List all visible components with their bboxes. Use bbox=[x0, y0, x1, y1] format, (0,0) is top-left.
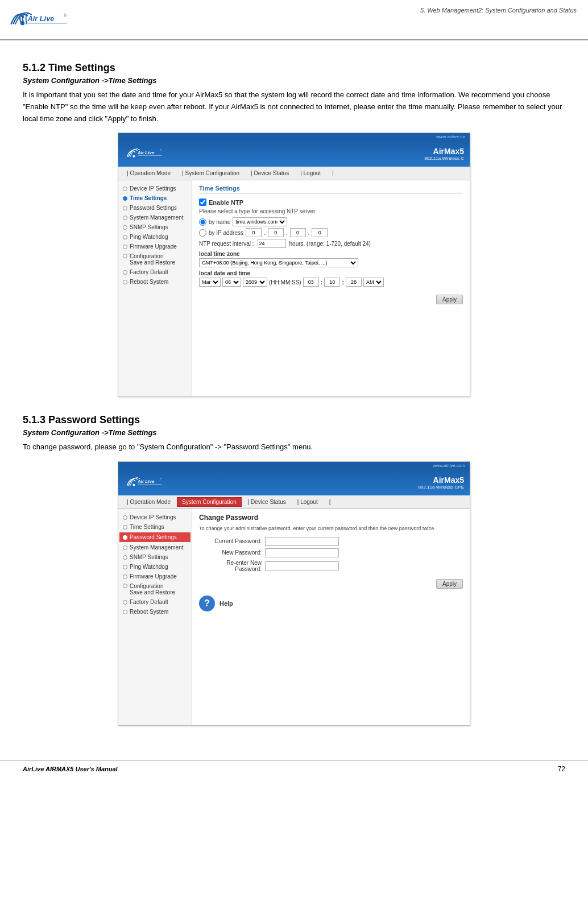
sidebar1-factory-dot bbox=[123, 270, 127, 275]
sidebar2-config-save[interactable]: ConfigurationSave and Restore bbox=[118, 581, 192, 597]
date-year-select[interactable]: 2009 bbox=[243, 278, 267, 287]
nav-logout[interactable]: | Logout bbox=[295, 168, 326, 178]
sidebar1-snmp-dot bbox=[123, 225, 127, 230]
device1-model-name: AirMax5 bbox=[424, 147, 464, 156]
sidebar1-factory[interactable]: Factory Default bbox=[118, 267, 192, 277]
reenter-pw-input[interactable] bbox=[265, 561, 339, 570]
sidebar1-password-dot bbox=[123, 206, 127, 210]
time-sec-input[interactable] bbox=[346, 278, 362, 287]
sidebar1-reboot[interactable]: Reboot System bbox=[118, 277, 192, 287]
sidebar2-password-dot bbox=[123, 535, 127, 540]
sidebar1-firmware[interactable]: Firmware Upgrade bbox=[118, 242, 192, 251]
sidebar2-system-mgmt-dot bbox=[123, 545, 127, 550]
section-1-body: It is important that you set the date an… bbox=[23, 89, 565, 125]
sidebar1-system-mgmt[interactable]: System Management bbox=[118, 213, 192, 222]
sidebar1-time-dot bbox=[123, 196, 127, 201]
enable-ntp-checkbox[interactable] bbox=[199, 199, 206, 206]
current-pw-input[interactable] bbox=[265, 537, 339, 546]
section-2-body: To change password, please go to "System… bbox=[23, 441, 565, 453]
device1-header: Air Live ® AirMax5 802.11a Wireless C bbox=[118, 140, 470, 167]
sidebar1-ping[interactable]: Ping Watchdog bbox=[118, 232, 192, 242]
help-icon[interactable]: ? bbox=[199, 596, 215, 611]
sidebar1-system-mgmt-dot bbox=[123, 216, 127, 220]
sidebar2-device-ip[interactable]: Device IP Settings bbox=[118, 512, 192, 522]
sidebar2-snmp[interactable]: SNMP Settings bbox=[118, 552, 192, 562]
device2-logo: Air Live ® bbox=[124, 473, 169, 492]
page-footer: AirLive AIRMAX5 User's Manual 72 bbox=[0, 760, 588, 778]
new-pw-input[interactable] bbox=[265, 548, 339, 557]
sidebar1-time-settings[interactable]: Time Settings bbox=[118, 193, 192, 203]
sidebar2-device-ip-dot bbox=[123, 515, 127, 520]
sidebar1-config-save[interactable]: ConfigurationSave and Restore bbox=[118, 251, 192, 267]
time-min-input[interactable] bbox=[324, 278, 340, 287]
nav-device-status[interactable]: | Device Status bbox=[246, 168, 294, 178]
device2-model-info: AirMax5 802.11a Wireless CPE bbox=[419, 476, 464, 490]
ntp-interval-row: NTP request interval : hours. (range: 1-… bbox=[199, 239, 463, 248]
time-hour-input[interactable] bbox=[303, 278, 319, 287]
section-1-subtitle: System Configuration ->Time Settings bbox=[23, 76, 565, 85]
apply-row-1: Apply bbox=[199, 291, 463, 304]
by-name-radio[interactable] bbox=[199, 218, 206, 226]
apply-button-2[interactable]: Apply bbox=[436, 579, 463, 589]
sidebar2-system-mgmt[interactable]: System Management bbox=[118, 543, 192, 552]
device2-sidebar: Device IP Settings Time Settings Passwor… bbox=[118, 509, 192, 725]
current-pw-row: Current Password: bbox=[199, 537, 463, 546]
sidebar1-device-ip[interactable]: Device IP Settings bbox=[118, 184, 192, 193]
sidebar2-snmp-dot bbox=[123, 555, 127, 560]
device1-model-sub: 802.11a Wireless C bbox=[424, 156, 464, 161]
sidebar1-password[interactable]: Password Settings bbox=[118, 203, 192, 213]
new-pw-row: New Password: bbox=[199, 548, 463, 557]
device1-panel-title: Time Settings bbox=[199, 185, 463, 194]
sidebar1-reboot-dot bbox=[123, 280, 127, 284]
ip-field-2[interactable] bbox=[268, 228, 284, 237]
device2-url: www.airlive.com bbox=[118, 462, 470, 469]
date-day-select[interactable]: 06 bbox=[222, 278, 241, 287]
sidebar1-ping-dot bbox=[123, 235, 127, 239]
sidebar2-firmware-dot bbox=[123, 574, 127, 579]
logo-area: Air Live ® bbox=[6, 5, 80, 35]
ip-field-1[interactable] bbox=[246, 228, 262, 237]
change-pw-title: Change Password bbox=[199, 514, 463, 522]
nav2-operation-mode[interactable]: | Operation Mode bbox=[122, 497, 176, 507]
apply-button-1[interactable]: Apply bbox=[436, 295, 463, 304]
nav2-logout[interactable]: | Logout bbox=[292, 497, 323, 507]
nav2-device-status[interactable]: | Device Status bbox=[243, 497, 291, 507]
timezone-select[interactable]: GMT+08:00 (Beijing, Hong Kong, Singapore… bbox=[199, 258, 358, 267]
ntp-interval-hint: hours. (range: 1-720, default 24) bbox=[289, 241, 371, 247]
tz-label: local time zone bbox=[199, 251, 463, 257]
svg-text:Air Live: Air Live bbox=[27, 14, 55, 23]
sidebar2-time-settings[interactable]: Time Settings bbox=[118, 522, 192, 532]
nav-operation-mode[interactable]: | Operation Mode bbox=[122, 168, 176, 178]
ntp-interval-label: NTP request interval : bbox=[199, 241, 254, 247]
sidebar2-reboot[interactable]: Reboot System bbox=[118, 607, 192, 617]
section-2-subtitle: System Configuration ->Time Settings bbox=[23, 428, 565, 437]
sidebar2-ping[interactable]: Ping Watchdog bbox=[118, 562, 192, 572]
reenter-pw-label: Re-enter New Password: bbox=[199, 560, 262, 572]
new-pw-label: New Password: bbox=[199, 549, 262, 556]
sidebar1-firmware-dot bbox=[123, 245, 127, 249]
nav2-system-config[interactable]: System Configuration bbox=[177, 497, 242, 507]
sidebar2-factory[interactable]: Factory Default bbox=[118, 597, 192, 607]
date-label: local date and time bbox=[199, 270, 463, 276]
pw-desc: To change your administrative password, … bbox=[199, 525, 463, 532]
svg-point-4 bbox=[132, 155, 135, 158]
time-ampm-select[interactable]: AM bbox=[363, 278, 384, 287]
help-row: ? Help bbox=[199, 596, 463, 611]
ntp-interval-input[interactable] bbox=[258, 239, 286, 248]
sidebar2-password[interactable]: Password Settings bbox=[119, 532, 191, 542]
date-month-select[interactable]: Mar bbox=[199, 278, 221, 287]
sidebar1-snmp[interactable]: SNMP Settings bbox=[118, 222, 192, 232]
device1-sidebar: Device IP Settings Time Settings Passwor… bbox=[118, 180, 192, 396]
sidebar2-firmware[interactable]: Firmware Upgrade bbox=[118, 572, 192, 581]
ip-field-3[interactable] bbox=[290, 228, 306, 237]
by-ip-label: by IP address bbox=[209, 230, 243, 236]
by-ip-radio[interactable] bbox=[199, 229, 206, 237]
nav-system-config[interactable]: | System Configuration bbox=[177, 168, 245, 178]
svg-point-0 bbox=[20, 21, 24, 25]
ip-field-4[interactable] bbox=[312, 228, 328, 237]
device2-nav: | Operation Mode System Configuration | … bbox=[118, 495, 470, 509]
section-password-settings: 5.1.3 Password Settings System Configura… bbox=[23, 414, 565, 726]
help-label[interactable]: Help bbox=[220, 600, 233, 607]
ntp-server-select[interactable]: time.windows.com bbox=[233, 217, 287, 226]
main-content: 5.1.2 Time Settings System Configuration… bbox=[0, 40, 588, 754]
